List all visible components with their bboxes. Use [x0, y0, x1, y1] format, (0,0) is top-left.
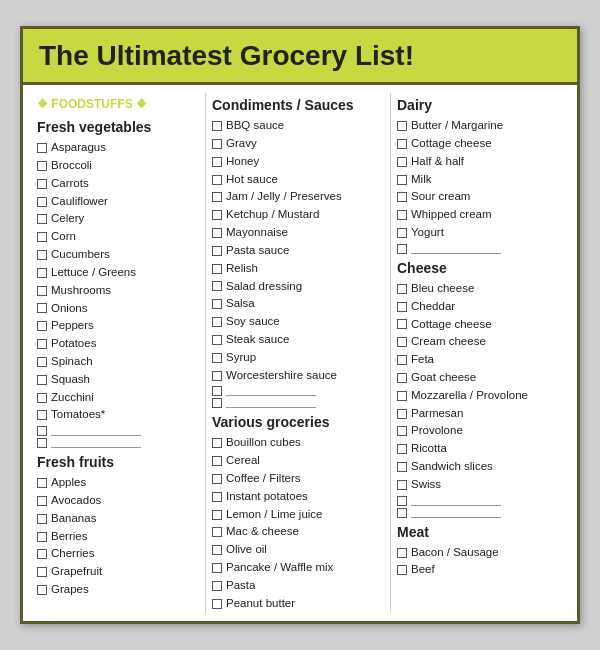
- checkbox[interactable]: [37, 214, 47, 224]
- checkbox[interactable]: [397, 284, 407, 294]
- checkbox[interactable]: [37, 179, 47, 189]
- list-item: Swiss: [397, 476, 565, 494]
- checkbox[interactable]: [37, 393, 47, 403]
- checkbox[interactable]: [212, 264, 222, 274]
- checkbox[interactable]: [37, 232, 47, 242]
- checkbox[interactable]: [212, 157, 222, 167]
- checkbox[interactable]: [212, 438, 222, 448]
- list-item: Pasta sauce: [212, 242, 384, 260]
- checkbox[interactable]: [37, 250, 47, 260]
- item-label: Bananas: [51, 510, 96, 528]
- checkbox[interactable]: [212, 386, 222, 396]
- checkbox[interactable]: [212, 299, 222, 309]
- dairy-list: Butter / MargarineCottage cheeseHalf & h…: [397, 117, 565, 242]
- checkbox[interactable]: [212, 545, 222, 555]
- item-label: Onions: [51, 300, 87, 318]
- item-label: Lettuce / Greens: [51, 264, 136, 282]
- checkbox[interactable]: [212, 228, 222, 238]
- list-item: Hot sauce: [212, 171, 384, 189]
- list-item: Goat cheese: [397, 369, 565, 387]
- checkbox[interactable]: [37, 426, 47, 436]
- checkbox[interactable]: [397, 302, 407, 312]
- checkbox[interactable]: [397, 175, 407, 185]
- checkbox[interactable]: [212, 527, 222, 537]
- checkbox[interactable]: [397, 319, 407, 329]
- checkbox[interactable]: [397, 426, 407, 436]
- checkbox[interactable]: [37, 532, 47, 542]
- checkbox[interactable]: [397, 565, 407, 575]
- checkbox[interactable]: [212, 175, 222, 185]
- checkbox[interactable]: [212, 510, 222, 520]
- checkbox[interactable]: [37, 286, 47, 296]
- checkbox[interactable]: [397, 444, 407, 454]
- checkbox[interactable]: [397, 508, 407, 518]
- checkbox[interactable]: [37, 438, 47, 448]
- checkbox[interactable]: [397, 192, 407, 202]
- checkbox[interactable]: [212, 599, 222, 609]
- checkbox[interactable]: [37, 549, 47, 559]
- checkbox[interactable]: [397, 548, 407, 558]
- checkbox[interactable]: [212, 210, 222, 220]
- checkbox[interactable]: [212, 192, 222, 202]
- checkbox[interactable]: [212, 456, 222, 466]
- checkbox[interactable]: [212, 581, 222, 591]
- checkbox[interactable]: [37, 161, 47, 171]
- list-item: Spinach: [37, 353, 199, 371]
- checkbox[interactable]: [212, 492, 222, 502]
- checkbox[interactable]: [212, 335, 222, 345]
- checkbox[interactable]: [397, 480, 407, 490]
- checkbox[interactable]: [212, 281, 222, 291]
- checkbox[interactable]: [397, 409, 407, 419]
- cheese-title: Cheese: [397, 260, 565, 276]
- checkbox[interactable]: [37, 496, 47, 506]
- checkbox[interactable]: [212, 474, 222, 484]
- checkbox[interactable]: [397, 244, 407, 254]
- checkbox[interactable]: [397, 210, 407, 220]
- checkbox[interactable]: [37, 585, 47, 595]
- checkbox[interactable]: [37, 478, 47, 488]
- list-item: Tomatoes*: [37, 406, 199, 424]
- checkbox[interactable]: [37, 375, 47, 385]
- checkbox[interactable]: [397, 462, 407, 472]
- checkbox[interactable]: [37, 567, 47, 577]
- checkbox[interactable]: [212, 139, 222, 149]
- checkbox[interactable]: [212, 246, 222, 256]
- checkbox[interactable]: [37, 197, 47, 207]
- checkbox[interactable]: [212, 371, 222, 381]
- checkbox[interactable]: [37, 514, 47, 524]
- checkbox[interactable]: [212, 398, 222, 408]
- checkbox[interactable]: [212, 317, 222, 327]
- checkbox[interactable]: [37, 410, 47, 420]
- checkbox[interactable]: [397, 391, 407, 401]
- checkbox[interactable]: [37, 357, 47, 367]
- checkbox[interactable]: [212, 563, 222, 573]
- list-item: Parmesan: [397, 405, 565, 423]
- checkbox[interactable]: [397, 157, 407, 167]
- checkbox[interactable]: [212, 353, 222, 363]
- checkbox[interactable]: [212, 121, 222, 131]
- list-item: Bleu cheese: [397, 280, 565, 298]
- checkbox[interactable]: [37, 339, 47, 349]
- item-label: Whipped cream: [411, 206, 492, 224]
- checkbox[interactable]: [397, 139, 407, 149]
- checkbox[interactable]: [397, 355, 407, 365]
- checkbox[interactable]: [397, 121, 407, 131]
- checkbox[interactable]: [37, 321, 47, 331]
- checkbox[interactable]: [37, 143, 47, 153]
- checkbox[interactable]: [397, 496, 407, 506]
- checkbox[interactable]: [397, 373, 407, 383]
- list-item: Bananas: [37, 510, 199, 528]
- item-label: Ketchup / Mustard: [226, 206, 319, 224]
- list-item: Corn: [37, 228, 199, 246]
- checkbox[interactable]: [37, 268, 47, 278]
- item-label: Zucchini: [51, 389, 94, 407]
- item-label: Potatoes: [51, 335, 96, 353]
- various-title: Various groceries: [212, 414, 384, 430]
- checkbox[interactable]: [37, 303, 47, 313]
- blank-cheese-1: [397, 496, 565, 506]
- checkbox[interactable]: [397, 228, 407, 238]
- blank-underline: [226, 386, 316, 396]
- checkbox[interactable]: [397, 337, 407, 347]
- list-item: Cauliflower: [37, 193, 199, 211]
- column-1: ❖ FOODSTUFFS ❖ Fresh vegetables Asparagu…: [31, 93, 206, 612]
